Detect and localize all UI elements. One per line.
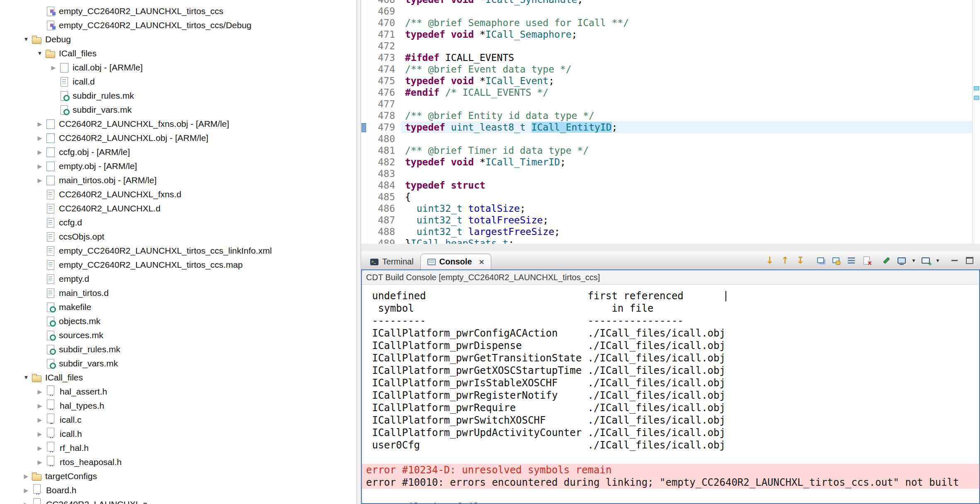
line-number[interactable]: 486 [366, 203, 401, 214]
occurrence-mark-icon[interactable] [974, 86, 979, 90]
code-line[interactable]: /** @brief Timer id data type */ [401, 145, 972, 156]
code-line[interactable] [401, 98, 972, 110]
line-number[interactable]: 469 [366, 5, 401, 17]
code-line[interactable]: }ICall_heapStats_t; [401, 237, 972, 244]
open-console-menu-icon[interactable]: ▾ [935, 254, 941, 267]
tree-item[interactable]: ▶010CC2640R2_LAUNCHXL_fxns.obj - [ARM/le… [0, 117, 357, 131]
tree-expanded-arrow-icon[interactable]: ▼ [21, 371, 32, 385]
tree-item[interactable]: subdir_rules.mk [0, 89, 357, 103]
code-line[interactable] [401, 40, 972, 52]
line-number[interactable]: 473 [366, 52, 401, 63]
line-number[interactable]: 476 [366, 87, 401, 98]
tree-item[interactable]: icall.d [0, 75, 357, 89]
tree-item[interactable]: ▶hhal_types.h [0, 399, 357, 413]
tree-item[interactable]: ▶cCC2640R2_LAUNCHXL.c [0, 497, 357, 504]
tree-item[interactable]: sources.mk [0, 328, 357, 342]
tree-collapsed-arrow-icon[interactable]: ▶ [34, 455, 45, 469]
code-line[interactable]: /** @brief Event data type */ [401, 63, 972, 75]
scroll-to-next-error-icon[interactable]: ↓ [764, 254, 776, 267]
line-number[interactable]: 480 [366, 133, 401, 145]
maximize-view-icon[interactable] [963, 254, 976, 267]
code-line[interactable]: { [401, 191, 972, 203]
code-line[interactable]: typedef struct [401, 179, 972, 191]
code-line[interactable] [401, 133, 972, 145]
tree-item[interactable]: empty_CC2640R2_LAUNCHXL_tirtos_ccs/Debug [0, 18, 357, 32]
line-number[interactable]: 475 [366, 75, 401, 87]
tree-item[interactable]: ▶010ccfg.obj - [ARM/le] [0, 145, 357, 159]
pin-console-icon[interactable] [880, 254, 893, 267]
line-number[interactable]: 468 [366, 0, 401, 5]
code-line[interactable]: typedef void *ICall_TimerID; [401, 156, 972, 168]
line-number[interactable]: 482 [366, 156, 401, 168]
tree-collapsed-arrow-icon[interactable]: ▶ [34, 131, 45, 145]
line-number[interactable]: 474 [366, 63, 401, 75]
tree-collapsed-arrow-icon[interactable]: ▶ [34, 427, 45, 441]
tree-item[interactable]: CC2640R2_LAUNCHXL_fxns.d [0, 187, 357, 201]
tree-item[interactable]: ▶cicall.c [0, 413, 357, 427]
tree-collapsed-arrow-icon[interactable]: ▶ [21, 483, 32, 497]
horizontal-sash[interactable] [361, 244, 980, 251]
tab-terminal[interactable]: Terminal [364, 254, 420, 269]
line-number[interactable]: 488 [366, 226, 401, 237]
line-number[interactable]: 470 [366, 17, 401, 29]
line-number[interactable]: 485 [366, 191, 401, 203]
vertical-sash[interactable] [357, 0, 361, 504]
tree-item[interactable]: ▶010icall.obj - [ARM/le] [0, 61, 357, 75]
tree-collapsed-arrow-icon[interactable]: ▶ [34, 173, 45, 187]
tree-collapsed-arrow-icon[interactable]: ▶ [48, 61, 59, 75]
tree-collapsed-arrow-icon[interactable]: ▶ [34, 145, 45, 159]
tree-item[interactable]: ▶010main_tirtos.obj - [ARM/le] [0, 173, 357, 187]
line-number[interactable]: 478 [366, 110, 401, 121]
tree-expanded-arrow-icon[interactable]: ▼ [21, 32, 32, 46]
tree-item[interactable]: ▶hBoard.h [0, 483, 357, 497]
line-number[interactable]: 487 [366, 214, 401, 226]
code-line[interactable]: uint32_t totalSize; [401, 203, 972, 214]
line-number[interactable]: 471 [366, 29, 401, 40]
tree-collapsed-arrow-icon[interactable]: ▶ [21, 469, 32, 483]
tree-item[interactable]: subdir_vars.mk [0, 103, 357, 117]
tree-item[interactable]: ccsObjs.opt [0, 230, 357, 244]
display-selected-console-icon[interactable] [895, 254, 908, 267]
tree-item[interactable]: subdir_rules.mk [0, 342, 357, 356]
code-line[interactable]: uint32_t largestFreeSize; [401, 226, 972, 237]
scroll-to-previous-error-icon[interactable]: ↑ [779, 254, 791, 267]
tab-console[interactable]: Console× [420, 254, 491, 269]
tree-item[interactable]: ▶targetConfigs [0, 469, 357, 483]
show-console-output-icon[interactable]: ↧ [794, 254, 807, 267]
tree-item[interactable]: main_tirtos.d [0, 286, 357, 300]
display-selected-console-menu-icon[interactable]: ▾ [911, 254, 917, 267]
tree-collapsed-arrow-icon[interactable]: ▶ [34, 159, 45, 173]
editor-overview-ruler[interactable] [972, 0, 980, 244]
minimize-view-icon[interactable] [948, 254, 961, 267]
tree-item[interactable]: empty_CC2640R2_LAUNCHXL_tirtos_ccs_linkI… [0, 244, 357, 258]
tree-collapsed-arrow-icon[interactable]: ▶ [34, 385, 45, 399]
tree-item[interactable]: objects.mk [0, 314, 357, 328]
tree-item[interactable]: ▶hrtos_heaposal.h [0, 455, 357, 469]
line-number[interactable]: 472 [366, 40, 401, 52]
line-number[interactable]: 477 [366, 98, 401, 110]
line-number[interactable]: 481 [366, 145, 401, 156]
open-console-page-icon[interactable] [814, 254, 827, 267]
code-line[interactable]: typedef uint_least8_t ICall_EntityID; [401, 121, 972, 133]
tree-collapsed-arrow-icon[interactable]: ▶ [34, 117, 45, 131]
code-line[interactable] [401, 5, 972, 17]
tree-item[interactable]: ▼ICall_files [0, 46, 357, 61]
line-number[interactable]: 484 [366, 179, 401, 191]
word-wrap-icon[interactable] [845, 254, 857, 267]
tree-expanded-arrow-icon[interactable]: ▼ [34, 46, 45, 61]
tree-item[interactable]: CC2640R2_LAUNCHXL.d [0, 201, 357, 216]
code-line[interactable]: uint32_t totalFreeSize; [401, 214, 972, 226]
line-number[interactable]: 483 [366, 168, 401, 179]
tree-item[interactable]: ▶hhal_assert.h [0, 385, 357, 399]
code-line[interactable]: typedef void *ICall_SyncHandle; [401, 0, 972, 5]
tree-collapsed-arrow-icon[interactable]: ▶ [21, 497, 32, 504]
tree-item[interactable]: empty.d [0, 272, 357, 286]
tree-collapsed-arrow-icon[interactable]: ▶ [34, 441, 45, 455]
line-number[interactable]: 479 [366, 121, 401, 133]
tree-item[interactable]: ▶hrf_hal.h [0, 441, 357, 455]
tree-item[interactable]: ▶010CC2640R2_LAUNCHXL.obj - [ARM/le] [0, 131, 357, 145]
line-number[interactable]: 489 [366, 237, 401, 244]
console-output[interactable]: undefined first referenced symbol in fil… [362, 285, 979, 503]
code-line[interactable]: #ifdef ICALL_EVENTS [401, 52, 972, 63]
editor-annotation-ruler[interactable] [361, 0, 366, 244]
